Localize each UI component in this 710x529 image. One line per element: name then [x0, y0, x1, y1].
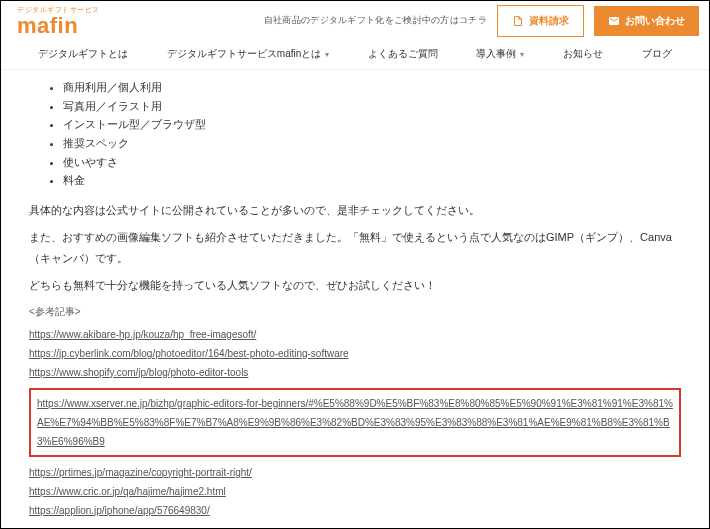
cta-text: 自社商品のデジタルギフト化をご検討中の方はコチラ: [264, 15, 487, 27]
nav-faq[interactable]: よくあるご質問: [368, 47, 438, 61]
nav: デジタルギフトとは デジタルギフトサービスmafinとは▾ よくあるご質問 導入…: [1, 37, 709, 70]
header-right: 自社商品のデジタルギフト化をご検討中の方はコチラ 資料請求 お問い合わせ: [264, 5, 699, 37]
reference-link[interactable]: https://www.akibare-hp.jp/kouza/hp_free-…: [29, 325, 681, 344]
reference-link[interactable]: https://prtimes.jp/magazine/copyright-po…: [29, 463, 681, 482]
reference-link[interactable]: https://applion.jp/iphone/app/576649830/: [29, 501, 681, 520]
nav-gift-about[interactable]: デジタルギフトとは: [38, 47, 128, 61]
nav-blog[interactable]: ブログ: [642, 47, 672, 61]
reference-link[interactable]: https://jp.cyberlink.com/blog/photoedito…: [29, 344, 681, 363]
header: デジタルギフトサービス mafin 自社商品のデジタルギフト化をご検討中の方はコ…: [1, 1, 709, 37]
brand-logo: mafin: [17, 15, 100, 37]
article-content: 商用利用／個人利用 写真用／イラスト用 インストール型／ブラウザ型 推奨スペック…: [1, 70, 709, 529]
chevron-down-icon: ▾: [325, 50, 329, 59]
list-item: 推奨スペック: [63, 134, 681, 153]
list-item: 料金: [63, 171, 681, 190]
chevron-down-icon: ▾: [520, 50, 524, 59]
bullet-list: 商用利用／個人利用 写真用／イラスト用 インストール型／ブラウザ型 推奨スペック…: [29, 78, 681, 190]
list-item: 商用利用／個人利用: [63, 78, 681, 97]
nav-news[interactable]: お知らせ: [563, 47, 603, 61]
request-docs-label: 資料請求: [529, 14, 569, 28]
brand[interactable]: デジタルギフトサービス mafin: [17, 5, 100, 37]
request-docs-button[interactable]: 資料請求: [497, 5, 584, 37]
reference-link[interactable]: https://www.cric.or.jp/qa/hajime/hajime2…: [29, 482, 681, 501]
paragraph: どちらも無料で十分な機能を持っている人気ソフトなので、ぜひお試しください！: [29, 275, 681, 296]
reference-link[interactable]: https://www.shopify.com/jp/blog/photo-ed…: [29, 363, 681, 382]
document-icon: [512, 15, 524, 27]
reference-heading: <参考記事>: [29, 302, 681, 321]
contact-label: お問い合わせ: [625, 14, 685, 28]
reference-list: https://www.akibare-hp.jp/kouza/hp_free-…: [29, 325, 681, 520]
mail-icon: [608, 15, 620, 27]
nav-cases[interactable]: 導入事例▾: [476, 47, 524, 61]
list-item: 写真用／イラスト用: [63, 97, 681, 116]
paragraph: また、おすすめの画像編集ソフトも紹介させていただきました。「無料」で使えるという…: [29, 227, 681, 269]
list-item: 使いやすさ: [63, 153, 681, 172]
paragraph: 具体的な内容は公式サイトに公開されていることが多いので、是非チェックしてください…: [29, 200, 681, 221]
nav-mafin-about[interactable]: デジタルギフトサービスmafinとは▾: [167, 47, 329, 61]
highlighted-reference: https://www.xserver.ne.jp/bizhp/graphic-…: [29, 388, 681, 457]
reference-link[interactable]: https://www.xserver.ne.jp/bizhp/graphic-…: [37, 394, 673, 451]
list-item: インストール型／ブラウザ型: [63, 115, 681, 134]
contact-button[interactable]: お問い合わせ: [594, 6, 699, 36]
